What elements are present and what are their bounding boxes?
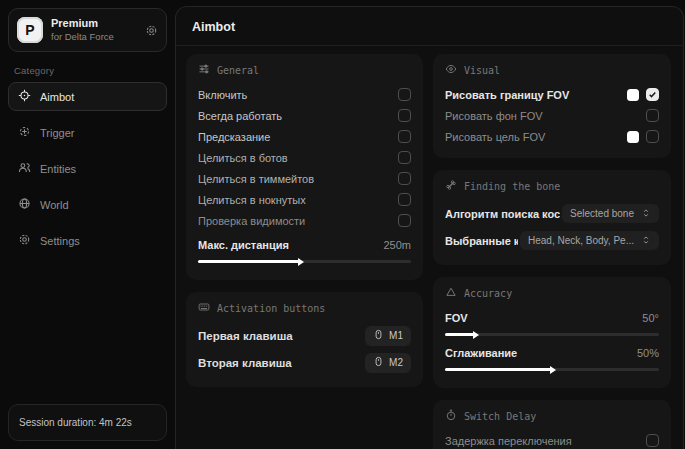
checkbox[interactable]: [398, 214, 411, 227]
toggle-label: Целиться в нокнутых: [198, 194, 306, 206]
card-title: Finding the bone: [464, 181, 560, 192]
triangle-icon: [445, 286, 457, 300]
keybind-button[interactable]: M2: [365, 353, 411, 373]
card-activation-buttons: Activation buttons Первая клавиша M1: [186, 292, 423, 387]
chevrons-up-down-icon: [641, 235, 651, 247]
mouse-icon: [373, 329, 384, 342]
timer-icon: [445, 409, 457, 423]
toggle-label: Задержка переключения: [445, 435, 572, 447]
check-icon: [648, 90, 657, 99]
keybind-key: M1: [389, 330, 403, 341]
toggle-label: Проверка видимости: [198, 215, 305, 227]
slider-thumb[interactable]: [473, 331, 479, 339]
checkbox[interactable]: [398, 193, 411, 206]
card-title: Accuracy: [464, 288, 512, 299]
toggle-label: Всегда работать: [198, 110, 282, 122]
slider-value: 50%: [637, 347, 659, 359]
dropdown-value: Selected bone: [570, 208, 634, 219]
checkbox[interactable]: [398, 88, 411, 101]
brand-subtitle: for Delta Force: [51, 31, 137, 43]
sidebar-item-trigger[interactable]: Trigger: [8, 118, 167, 147]
keybind-label: Первая клавиша: [198, 330, 293, 342]
crosshair-icon: [18, 89, 31, 104]
max-distance-slider[interactable]: [198, 260, 411, 263]
toggle-row: Целиться в нокнутых: [198, 189, 411, 210]
card-finding-bone: Finding the bone Алгоритм поиска кост Se…: [433, 170, 671, 265]
brand-logo: P: [17, 17, 43, 43]
session-duration-text: Session duration: 4m 22s: [19, 417, 132, 428]
gear-icon[interactable]: [145, 24, 158, 37]
sidebar-item-settings[interactable]: Settings: [8, 226, 167, 255]
sidebar-item-label: Trigger: [40, 127, 74, 139]
checkbox[interactable]: [398, 109, 411, 122]
keybind-button[interactable]: M1: [365, 326, 411, 346]
dropdown-row: Алгоритм поиска кост Selected bone: [445, 200, 659, 227]
toggle-row: Целиться в ботов: [198, 147, 411, 168]
dropdown-label: Алгоритм поиска кост: [445, 208, 560, 220]
app-window: P Premium for Delta Force Category Aimbo…: [0, 0, 685, 449]
slider-thumb[interactable]: [298, 258, 304, 266]
toggle-label: Включить: [198, 89, 247, 101]
checkbox[interactable]: [398, 130, 411, 143]
slider-value: 250m: [383, 239, 411, 251]
checkbox[interactable]: [646, 130, 659, 143]
checkbox[interactable]: [646, 88, 659, 101]
toggle-row: Задержка переключения: [445, 430, 659, 449]
category-label: Category: [14, 65, 161, 76]
toggle-row: Целиться в тиммейтов: [198, 168, 411, 189]
sidebar-item-entities[interactable]: Entities: [8, 154, 167, 183]
brand-text: Premium for Delta Force: [51, 17, 137, 43]
card-general: General Включить Всегда работать Предска…: [186, 54, 423, 280]
keybind-row: Первая клавиша M1: [198, 322, 411, 349]
sidebar-item-label: World: [40, 199, 69, 211]
visual-row: Рисовать фон FOV: [445, 105, 659, 126]
dropdown-label: Выбранные кос: [445, 235, 518, 247]
color-swatch[interactable]: [627, 89, 639, 101]
bone-algorithm-select[interactable]: Selected bone: [562, 204, 659, 223]
card-title: General: [217, 65, 259, 76]
checkbox[interactable]: [646, 109, 659, 122]
checkbox[interactable]: [398, 151, 411, 164]
main-header: Aimbot: [176, 7, 683, 46]
session-duration: Session duration: 4m 22s: [8, 404, 167, 441]
dropdown-row: Выбранные кос Head, Neck, Body, Pe...: [445, 227, 659, 254]
column-right: Visual Рисовать границу FOV: [433, 54, 671, 449]
dropdown-value: Head, Neck, Body, Pe...: [528, 235, 634, 246]
card-title: Activation buttons: [217, 303, 325, 314]
slider-thumb[interactable]: [550, 366, 556, 374]
globe-icon: [18, 197, 31, 212]
toggle-row: Включить: [198, 84, 411, 105]
slider-label: Сглаживание: [445, 347, 517, 359]
visual-label: Рисовать границу FOV: [445, 89, 569, 101]
eye-icon: [445, 63, 457, 77]
trigger-icon: [18, 125, 31, 140]
card-switch-delay: Switch Delay Задержка переключения Задер…: [433, 400, 671, 449]
visual-label: Рисовать цель FOV: [445, 131, 545, 143]
column-left: General Включить Всегда работать Предска…: [186, 54, 423, 449]
brand-card: P Premium for Delta Force: [8, 8, 167, 52]
checkbox[interactable]: [646, 434, 659, 447]
fov-slider[interactable]: [445, 333, 659, 336]
mouse-icon: [373, 356, 384, 369]
sidebar-item-label: Settings: [40, 235, 80, 247]
smoothing-slider[interactable]: [445, 368, 659, 371]
card-visual: Visual Рисовать границу FOV: [433, 54, 671, 158]
checkbox[interactable]: [398, 172, 411, 185]
selected-bones-select[interactable]: Head, Neck, Body, Pe...: [520, 231, 659, 250]
sidebar-item-label: Aimbot: [40, 91, 74, 103]
keybind-label: Вторая клавиша: [198, 357, 292, 369]
card-title: Visual: [464, 65, 500, 76]
slider-row: FOV 50°: [445, 307, 659, 328]
toggle-row: Всегда работать: [198, 105, 411, 126]
card-title: Switch Delay: [464, 411, 536, 422]
brand-title: Premium: [51, 17, 137, 31]
color-swatch[interactable]: [627, 131, 639, 143]
card-accuracy-header: Accuracy: [445, 286, 659, 300]
visual-label: Рисовать фон FOV: [445, 110, 543, 122]
sidebar-item-world[interactable]: World: [8, 190, 167, 219]
slider-fill: [198, 260, 300, 263]
card-visual-header: Visual: [445, 63, 659, 77]
keybind-key: M2: [389, 357, 403, 368]
entities-icon: [18, 161, 31, 176]
sidebar-item-aimbot[interactable]: Aimbot: [8, 82, 167, 111]
